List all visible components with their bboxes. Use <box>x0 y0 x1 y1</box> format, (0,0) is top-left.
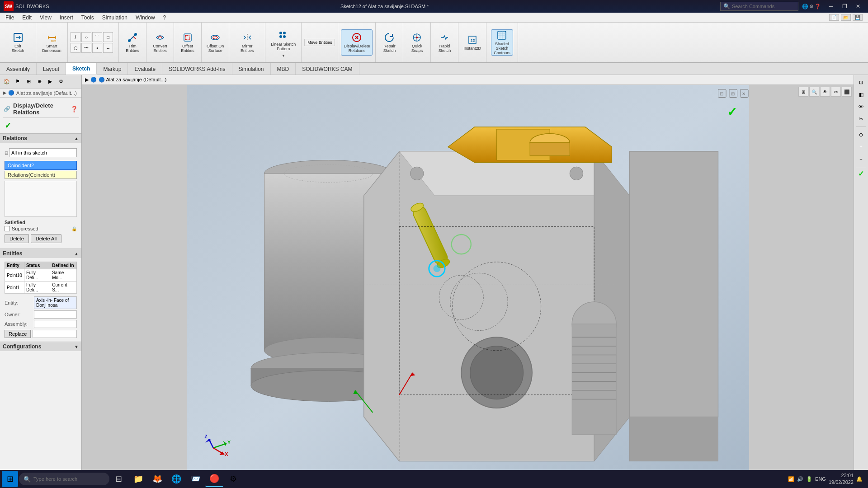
taskbar-app-sw2[interactable]: ⚙ <box>224 471 242 487</box>
rt-section-view[interactable]: ✂ <box>856 113 867 124</box>
rt-accept-button[interactable]: ✓ <box>858 169 864 178</box>
rt-display-style[interactable]: ◧ <box>856 89 867 100</box>
taskbar-search-box[interactable]: 🔍 <box>19 473 109 485</box>
spline-tool-button[interactable]: 〜 <box>81 43 91 53</box>
viewport[interactable]: ▶ 🔵 🔵 Alat za savijanje (Default...) ⊞ 🔍… <box>82 75 868 474</box>
tab-evaluate[interactable]: Evaluate <box>128 63 162 75</box>
taskbar-app-explorer[interactable]: 📁 <box>129 471 147 487</box>
rapid-sketch-button[interactable]: RapidSketch <box>434 29 455 56</box>
arc-tool-button[interactable]: ⌒ <box>92 32 102 42</box>
menu-view[interactable]: View <box>36 14 55 22</box>
rt-hide-show[interactable]: 👁 <box>856 101 867 112</box>
panel-home-button[interactable]: 🏠 <box>2 77 12 87</box>
convert-entities-button[interactable]: ConvertEntities <box>149 29 171 56</box>
taskbar-app-edge[interactable]: 🌐 <box>167 471 185 487</box>
panel-grid-button[interactable]: ⊞ <box>24 77 33 87</box>
repair-sketch-button[interactable]: RepairSketch <box>378 29 400 56</box>
menu-simulation[interactable]: Simulation <box>99 14 131 22</box>
delete-all-button[interactable]: Delete All <box>31 234 61 243</box>
exit-sketch-button[interactable]: ExitSketch <box>7 29 29 56</box>
panel-plus-button[interactable]: ⊕ <box>34 77 44 87</box>
point-tool-button[interactable]: • <box>92 43 102 53</box>
circle-tool-button[interactable]: ○ <box>81 32 91 42</box>
panel-settings-button[interactable]: ⚙ <box>56 77 66 87</box>
linear-sketch-pattern-button[interactable]: Linear SketchPattern <box>269 28 298 54</box>
restore-button[interactable]: ❐ <box>838 1 851 11</box>
panel-flag-button[interactable]: ⚑ <box>13 77 23 87</box>
configurations-section-header[interactable]: Configurations ▼ <box>0 342 81 351</box>
close-button[interactable]: ✕ <box>852 1 864 11</box>
tab-addins[interactable]: SOLIDWORKS Add-Ins <box>162 63 232 75</box>
taskbar-search-input[interactable] <box>33 476 105 482</box>
smart-dimension-button[interactable]: DIM SmartDimension <box>40 29 64 56</box>
relations-collapse-icon: ▲ <box>74 136 79 141</box>
menu-tools[interactable]: Tools <box>78 14 98 22</box>
display-delete-relations-button[interactable]: Display/DeleteRelations <box>341 29 373 56</box>
panel-arrow-button[interactable]: ▶ <box>45 77 55 87</box>
delete-button[interactable]: Delete <box>5 234 29 243</box>
line-tool-button[interactable]: / <box>71 32 80 42</box>
tab-markup[interactable]: Markup <box>97 63 128 75</box>
suppressed-checkbox[interactable] <box>5 226 10 231</box>
coincident2-relation[interactable]: Coincident2 <box>5 161 77 170</box>
mirror-entities-button[interactable]: MirrorEntities <box>236 29 258 56</box>
tab-layout[interactable]: Layout <box>37 63 66 75</box>
polygon-tool-button[interactable]: ⬡ <box>71 43 80 53</box>
menu-window[interactable]: Window <box>132 14 159 22</box>
entities-section-header[interactable]: Entities ▲ <box>0 249 81 258</box>
viewport-fit-button[interactable]: ⊞ <box>798 87 808 97</box>
rt-zoom-out[interactable]: − <box>856 154 867 164</box>
quick-access-open[interactable]: 📂 <box>841 14 851 21</box>
viewport-zoom-button[interactable]: 🔍 <box>809 87 819 97</box>
search-box[interactable]: 🔍 <box>720 2 798 11</box>
rt-view-orientation[interactable]: ⊡ <box>856 77 867 88</box>
relations-section-header[interactable]: Relations ▲ <box>0 133 81 143</box>
viewport-view-button[interactable]: 👁 <box>820 87 830 97</box>
rt-separator2 <box>856 167 866 167</box>
shaded-sketch-button[interactable]: ShadedSketchContours <box>491 29 513 56</box>
taskbar-app-mail[interactable]: 📨 <box>186 471 204 487</box>
trim-entities-button[interactable]: TrimEntities <box>122 29 143 56</box>
menu-insert[interactable]: Insert <box>56 14 77 22</box>
svg-text:⊞: ⊞ <box>731 91 735 96</box>
tab-cam[interactable]: SOLIDWORKS CAM <box>296 63 359 75</box>
offset-surface-button[interactable]: Offset OnSurface <box>204 29 226 56</box>
tab-assembly[interactable]: Assembly <box>0 63 37 75</box>
menu-help[interactable]: ? <box>160 14 170 22</box>
taskbar-app-solidworks[interactable]: 🔴 <box>205 471 223 487</box>
table-row[interactable]: Point1 Fully Defi... Current S... <box>5 282 77 294</box>
rt-zoom-in[interactable]: + <box>856 141 867 152</box>
replace-field[interactable] <box>33 330 77 338</box>
move-entities-button[interactable]: Move Entities <box>304 39 335 46</box>
search-input[interactable] <box>732 4 795 9</box>
replace-button[interactable]: Replace <box>5 330 31 338</box>
menu-edit[interactable]: Edit <box>19 14 35 22</box>
quick-snaps-button[interactable]: QuickSnaps <box>406 29 428 56</box>
instant2d-button[interactable]: 2D Instant2D <box>461 29 483 56</box>
tab-sketch[interactable]: Sketch <box>66 63 97 75</box>
help-icon[interactable]: ❓ <box>71 106 78 113</box>
taskview-button[interactable]: ⊟ <box>110 471 127 487</box>
viewport-section-button[interactable]: ✂ <box>831 87 841 97</box>
rectangle-tool-button[interactable]: □ <box>103 32 113 42</box>
tab-simulation[interactable]: Simulation <box>232 63 271 75</box>
offset-entities-button[interactable]: OffsetEntities <box>177 29 198 56</box>
breadcrumb-text: Alat za savijanje (Default...) <box>16 90 77 96</box>
breadcrumb-expand[interactable]: ▶ <box>85 77 89 83</box>
start-button[interactable]: ⊞ <box>2 471 18 487</box>
quick-access-new[interactable]: 📄 <box>829 14 839 21</box>
tab-mbd[interactable]: MBD <box>271 63 296 75</box>
taskbar-app-firefox[interactable]: 🦊 <box>148 471 166 487</box>
table-row[interactable]: Point10 Fully Defi... Same Mo... <box>5 269 77 282</box>
viewport-expand-button[interactable]: ⬛ <box>842 87 852 97</box>
tray-notifications[interactable]: 🔔 <box>856 476 863 482</box>
menu-file[interactable]: File <box>2 14 18 22</box>
rt-zoom-fit[interactable]: ⊙ <box>856 129 867 140</box>
panel-title: Display/Delete Relations <box>13 102 71 116</box>
centerline-tool-button[interactable]: -- <box>103 43 113 53</box>
minimize-button[interactable]: ─ <box>825 1 837 11</box>
relations-filter-dropdown[interactable]: All in this sketch Broken Dangling Over … <box>9 148 77 157</box>
quick-access-save[interactable]: 💾 <box>853 14 863 21</box>
taskbar-search-icon: 🔍 <box>24 476 31 483</box>
feature-tree-header: ▶ 🔵 Alat za savijanje (Default...) <box>0 89 81 98</box>
